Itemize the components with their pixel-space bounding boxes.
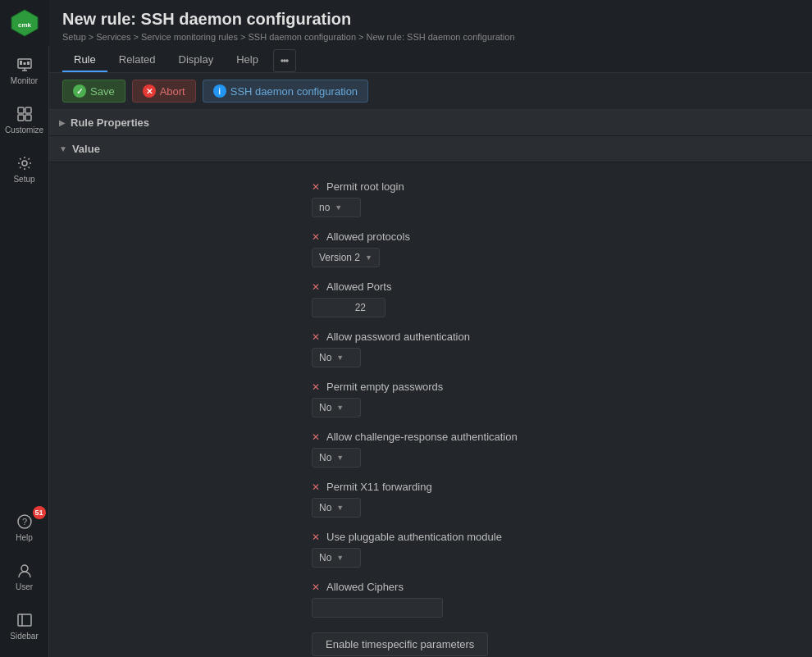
permit-root-login-value: no [319,202,330,213]
field-use-pam: ✕ Use pluggable authentication module No… [49,526,812,576]
svg-point-18 [281,60,283,62]
svg-rect-9 [25,107,31,113]
sidebar-item-monitor-label: Monitor [11,76,38,85]
permit-root-login-arrow: ▼ [335,203,342,212]
sidebar-item-setup-label: Setup [13,175,34,184]
allowed-protocols-dropdown[interactable]: Version 2 ▼ [312,248,380,267]
sidebar-item-sidebar[interactable]: Sidebar [0,601,49,650]
use-pam-dropdown[interactable]: No ▼ [312,548,361,568]
permit-root-login-toggle[interactable]: ✕ [312,181,320,193]
permit-empty-passwords-dropdown[interactable]: No ▼ [312,398,361,417]
nav-more-button[interactable] [273,49,296,72]
value-title: Value [72,143,100,155]
field-permit-empty-passwords: ✕ Permit empty passwords No ▼ [49,376,812,426]
svg-rect-8 [18,107,24,113]
allowed-ports-input[interactable] [312,298,385,317]
page-title: New rule: SSH daemon configuration [62,10,799,29]
info-label: SSH daemon configuration [230,85,358,98]
tab-display[interactable]: Display [167,48,226,72]
sidebar-item-help[interactable]: ? Help 51 [0,503,49,552]
permit-x11-forwarding-dropdown[interactable]: No ▼ [312,498,361,518]
enable-timespecific-button[interactable]: Enable timespecific parameters [312,632,488,656]
allow-challenge-response-toggle[interactable]: ✕ [312,431,320,443]
sidebar: cmk Monitor Customize Setup [0,0,49,657]
svg-rect-7 [27,62,30,65]
field-allowed-ports: ✕ Allowed Ports [49,276,812,326]
sidebar-item-sidebar-label: Sidebar [10,632,38,641]
svg-point-12 [22,161,27,166]
use-pam-value: No [319,552,331,563]
use-pam-label: Use pluggable authentication module [326,531,502,543]
allowed-protocols-toggle[interactable]: ✕ [312,231,320,243]
allow-password-auth-arrow: ▼ [336,354,344,362]
allowed-protocols-label: Allowed protocols [326,230,410,243]
tab-help[interactable]: Help [225,48,270,72]
rule-properties-section-header[interactable]: ▶ Rule Properties [49,110,812,136]
field-permit-root-login: ✕ Permit root login no ▼ [49,176,812,226]
svg-point-15 [21,565,28,572]
permit-x11-forwarding-arrow: ▼ [336,504,344,512]
allow-password-auth-dropdown[interactable]: No ▼ [312,348,361,367]
save-button[interactable]: ✓ Save [62,80,125,103]
abort-button[interactable]: ✕ Abort [132,80,196,103]
info-button[interactable]: i SSH daemon configuration [203,80,368,103]
permit-empty-passwords-toggle[interactable]: ✕ [312,381,320,393]
sidebar-item-customize-label: Customize [5,125,43,135]
permit-x11-forwarding-toggle[interactable]: ✕ [312,481,320,493]
value-section-header[interactable]: ▼ Value [49,136,812,162]
allowed-ciphers-input[interactable] [312,598,443,618]
sidebar-item-user-label: User [16,582,33,591]
app-logo[interactable]: cmk [0,0,49,46]
allow-password-auth-label: Allow password authentication [326,331,470,343]
use-pam-arrow: ▼ [336,554,344,562]
rule-properties-title: Rule Properties [71,116,149,129]
permit-root-login-label: Permit root login [326,180,404,193]
main-content: New rule: SSH daemon configuration Setup… [49,0,812,657]
page-header: New rule: SSH daemon configuration Setup… [49,0,812,73]
permit-x11-forwarding-label: Permit X11 forwarding [326,481,432,493]
permit-x11-forwarding-value: No [319,502,331,513]
permit-empty-passwords-value: No [319,402,331,413]
allowed-ciphers-toggle[interactable]: ✕ [312,582,320,593]
svg-rect-11 [25,115,31,121]
info-icon: i [213,84,226,98]
field-allow-password-auth: ✕ Allow password authentication No ▼ [49,326,812,376]
value-chevron: ▼ [59,144,67,153]
svg-text:cmk: cmk [17,21,31,29]
field-permit-x11-forwarding: ✕ Permit X11 forwarding No ▼ [49,476,812,526]
allow-password-auth-value: No [319,352,331,363]
svg-text:?: ? [21,517,26,527]
allow-password-auth-toggle[interactable]: ✕ [312,331,320,343]
svg-point-19 [284,60,285,62]
field-allow-challenge-response: ✕ Allow challenge-response authenticatio… [49,426,812,476]
allowed-ports-label: Allowed Ports [326,281,391,293]
allowed-protocols-value: Version 2 [319,252,360,263]
sidebar-item-setup[interactable]: Setup [0,144,49,194]
toolbar: ✓ Save ✕ Abort i SSH daemon configuratio… [49,73,812,110]
sidebar-item-user[interactable]: User [0,552,49,601]
allowed-protocols-arrow: ▼ [365,253,372,262]
abort-icon: ✕ [143,84,156,98]
permit-empty-passwords-label: Permit empty passwords [326,381,443,393]
tab-rule[interactable]: Rule [62,48,107,72]
svg-point-20 [286,60,288,62]
sidebar-item-help-label: Help [16,533,33,542]
use-pam-toggle[interactable]: ✕ [312,532,320,543]
allow-challenge-response-label: Allow challenge-response authentication [326,431,518,443]
allowed-ciphers-label: Allowed Ciphers [326,581,404,593]
allow-challenge-response-dropdown[interactable]: No ▼ [312,448,361,468]
permit-empty-passwords-arrow: ▼ [336,404,344,412]
sidebar-bottom: ? Help 51 User Sidebar [0,503,49,657]
sidebar-item-monitor[interactable]: Monitor [0,46,49,95]
tab-related[interactable]: Related [107,48,167,72]
sidebar-item-customize[interactable]: Customize [0,95,49,144]
content-area: ▶ Rule Properties ▼ Value ✕ Permit root … [49,110,812,657]
permit-root-login-dropdown[interactable]: no ▼ [312,198,361,217]
value-content: ✕ Permit root login no ▼ ✕ Allowed pro [49,162,812,657]
save-label: Save [90,85,115,98]
value-section: ▼ Value ✕ Permit root login no ▼ [49,136,812,657]
abort-label: Abort [160,85,185,98]
allowed-ports-toggle[interactable]: ✕ [312,281,320,293]
svg-rect-5 [20,61,22,65]
svg-rect-16 [18,614,31,626]
